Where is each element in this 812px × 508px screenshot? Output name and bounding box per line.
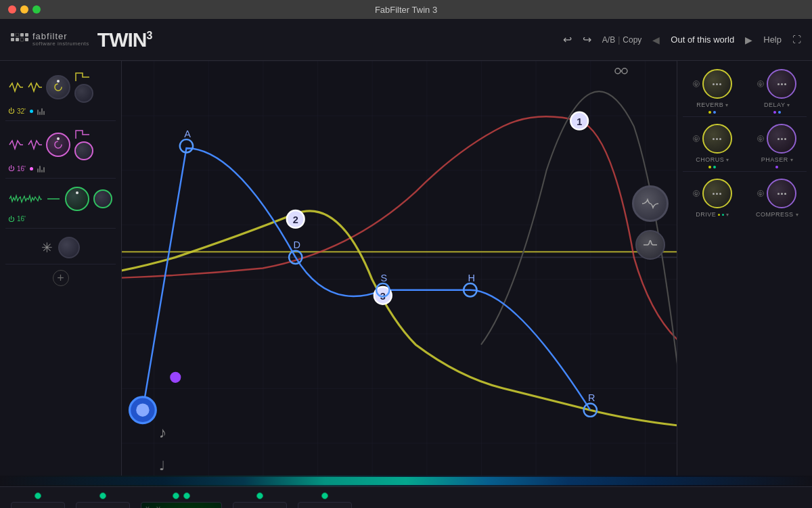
reverb-power[interactable]: ⏻ [693, 80, 700, 87]
svg-text:S: S [381, 273, 388, 283]
header-bar: fabfilter software instruments TWIN3 ↩ ↪… [0, 19, 812, 61]
fullscreen-button[interactable]: ⛶ [792, 34, 801, 45]
mod-slot-effects: Effects [298, 492, 352, 508]
traffic-lights [8, 5, 41, 14]
minimize-button[interactable] [20, 5, 28, 14]
effects-indicator [321, 492, 328, 499]
envelope-display[interactable] [11, 502, 65, 508]
chorus-dropdown[interactable]: ▾ [726, 157, 729, 163]
osc2-pitch-knob[interactable] [46, 133, 70, 157]
delay-dropdown[interactable]: ▾ [787, 102, 790, 108]
close-button[interactable] [8, 5, 16, 14]
spectrum-bar [0, 476, 812, 486]
chorus-knob[interactable] [702, 124, 732, 154]
osc2-power[interactable]: ⏻ [8, 165, 14, 172]
brightness-display[interactable] [76, 502, 130, 508]
undo-button[interactable]: ↩ [563, 33, 572, 46]
link-icon[interactable] [614, 66, 628, 76]
osc1-ring [53, 83, 63, 92]
reverb-indicators [708, 111, 716, 114]
compress-top: ⏻ [757, 179, 796, 208]
left-panel: ⏻ 32' [0, 61, 122, 476]
delay-knob[interactable] [767, 69, 796, 99]
filter-knobs [632, 185, 669, 260]
crunch-display[interactable] [233, 502, 287, 508]
filter-shape-knob-2[interactable] [635, 230, 665, 260]
next-preset-button[interactable]: ▶ [745, 34, 752, 45]
center-panel: 1 2 3 A [122, 61, 677, 476]
osc2-note: 16' [17, 165, 26, 172]
asterisk-icon: ✳ [41, 239, 53, 256]
redo-button[interactable]: ↪ [583, 33, 591, 46]
chorus-top: ⏻ [693, 124, 732, 154]
osc3-note: 16' [17, 215, 26, 223]
chorus-ind-1 [708, 166, 711, 168]
svg-text:♪: ♪ [159, 424, 166, 441]
compress-dots [777, 193, 786, 195]
placement-indicator-x [173, 492, 179, 499]
svg-rect-11 [122, 61, 677, 476]
bottom-panel: Envelope Brightness X Y Placement [0, 486, 812, 508]
reverb-dropdown[interactable]: ▾ [725, 102, 728, 108]
chorus-ind-2 [713, 166, 716, 168]
osc2-small-knob[interactable] [74, 141, 93, 160]
reverb-label-row: REVERB ▾ [696, 101, 728, 108]
compress-power[interactable]: ⏻ [757, 190, 764, 197]
delay-top: ⏻ [757, 69, 796, 99]
mod-wheel-knob[interactable] [58, 237, 80, 258]
osc2-shape-icon [74, 129, 89, 140]
drive-power[interactable]: ⏻ [693, 190, 700, 197]
delay-ind-1 [773, 111, 776, 114]
reverb-knob[interactable] [702, 69, 732, 99]
ab-button[interactable]: A/B | Copy [602, 35, 641, 45]
filter-shape-knob-1[interactable] [632, 185, 669, 222]
svg-rect-5 [16, 38, 19, 41]
placement-xy-display[interactable]: X Y [141, 502, 222, 508]
reverb-top: ⏻ [693, 69, 732, 99]
center-top-controls [614, 66, 628, 76]
compress-dropdown[interactable]: ▾ [796, 212, 798, 218]
phaser-dropdown[interactable]: ▾ [790, 157, 793, 163]
envelope-indicator [35, 492, 41, 499]
filter-shape-icon [642, 197, 658, 210]
compress-knob[interactable] [767, 179, 796, 208]
osc1-bars [37, 107, 45, 115]
drive-knob[interactable] [702, 179, 732, 208]
svg-rect-7 [25, 38, 28, 41]
osc1-note: 32' [17, 108, 26, 115]
preset-selector[interactable]: Out of this world [671, 34, 734, 45]
osc1-power[interactable]: ⏻ [8, 108, 14, 114]
phaser-label-row: PHASER ▾ [761, 156, 793, 163]
osc3-small-knob[interactable] [93, 189, 112, 208]
effects-row-1: ⏻ REVERB ▾ [683, 66, 807, 117]
phaser-indicators [775, 166, 778, 168]
chorus-power[interactable]: ⏻ [693, 135, 700, 142]
effects-row-3: ⏻ DRIVE ▾ [683, 176, 807, 221]
svg-point-35 [170, 372, 181, 383]
add-oscillator-button[interactable]: + [53, 270, 69, 286]
effects-display[interactable] [298, 502, 352, 508]
content-area: ⏻ 32' [0, 61, 812, 476]
delay-power[interactable]: ⏻ [757, 80, 764, 87]
delay-label-row: DELAY ▾ [764, 101, 790, 108]
chorus-dots [713, 138, 721, 140]
drive-dropdown[interactable]: ▾ [726, 212, 729, 218]
svg-rect-1 [16, 33, 19, 37]
osc3-power[interactable]: ⏻ [8, 216, 14, 223]
osc1-pitch-knob[interactable] [46, 75, 70, 99]
compress-label: COMPRESS [756, 211, 794, 218]
maximize-button[interactable] [32, 5, 41, 14]
phaser-knob[interactable] [767, 124, 796, 154]
logo-icon [11, 33, 28, 47]
osc3-pitch-knob[interactable] [65, 187, 89, 211]
effects-row-2: ⏻ CHORUS ▾ [683, 121, 807, 172]
drive-unit: ⏻ DRIVE ▾ [683, 179, 742, 218]
reverb-label: REVERB [696, 101, 723, 108]
phaser-power[interactable]: ⏻ [757, 135, 764, 142]
osc1-small-knob[interactable] [74, 84, 93, 103]
osc1-shape-icon [74, 72, 89, 83]
svg-point-8 [55, 84, 62, 91]
delay-label: DELAY [764, 101, 785, 108]
svg-text:D: D [294, 239, 300, 250]
help-button[interactable]: Help [763, 34, 782, 45]
